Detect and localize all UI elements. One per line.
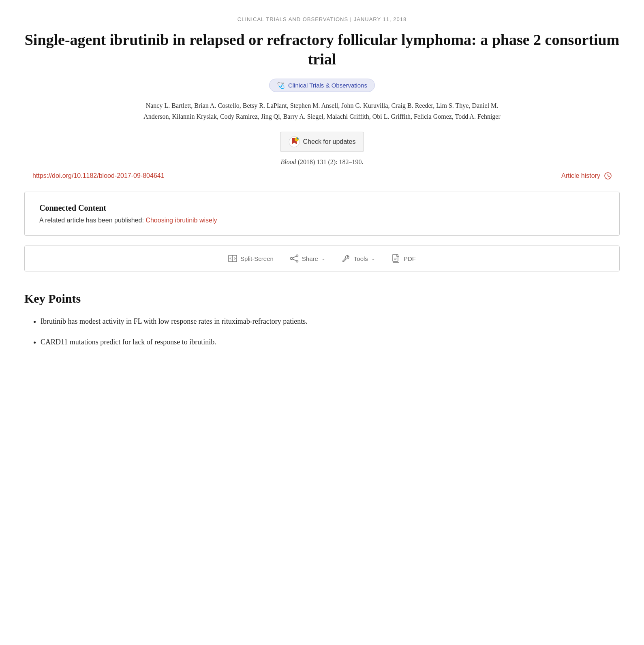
share-button[interactable]: Share ⌄	[290, 254, 325, 263]
authors-list: Nancy L. Bartlett, Brian A. Costello, Be…	[140, 100, 505, 122]
tools-label: Tools	[354, 255, 368, 262]
svg-line-10	[292, 256, 296, 258]
check-updates-wrapper: Check for updates	[24, 132, 620, 152]
key-point-item-2: CARD11 mutations predict for lack of res…	[41, 336, 620, 348]
key-points-list: Ibrutinib has modest activity in FL with…	[24, 315, 620, 348]
category-date-line: CLINICAL TRIALS AND OBSERVATIONS | JANUA…	[24, 16, 620, 22]
svg-point-7	[290, 258, 292, 260]
share-icon	[290, 254, 299, 263]
badge-icon: 🩺	[277, 81, 285, 89]
svg-point-9	[296, 260, 298, 262]
share-label: Share	[302, 255, 318, 262]
badge-label: Clinical Trials & Observations	[288, 82, 367, 89]
split-screen-icon	[228, 254, 237, 263]
journal-name: Blood	[281, 158, 296, 165]
doi-history-row: https://doi.org/10.1182/blood-2017-09-80…	[24, 172, 620, 179]
journal-citation: Blood (2018) 131 (2): 182–190.	[24, 158, 620, 166]
connected-content-link[interactable]: Choosing ibrutinib wisely	[145, 217, 217, 224]
check-updates-button[interactable]: Check for updates	[280, 132, 364, 152]
connected-content-body: A related article has been published: Ch…	[39, 217, 605, 224]
split-screen-button[interactable]: Split-Screen	[228, 254, 274, 263]
svg-line-11	[292, 259, 296, 261]
svg-point-8	[296, 255, 298, 257]
article-history-label: Article history	[561, 172, 600, 179]
category-badge-wrapper: 🩺 Clinical Trials & Observations	[24, 79, 620, 92]
key-points-section: Key Points Ibrutinib has modest activity…	[24, 292, 620, 348]
check-updates-label: Check for updates	[303, 138, 356, 145]
split-screen-label: Split-Screen	[240, 255, 274, 262]
connected-content-prefix: A related article has been published:	[39, 217, 145, 224]
crossmark-icon	[289, 136, 300, 147]
citation-details: (2018) 131 (2): 182–190.	[296, 158, 364, 165]
pdf-label: PDF	[404, 255, 416, 262]
toolbar-box: Split-Screen Share ⌄ Tools ⌄ PDF	[24, 246, 620, 271]
tools-chevron: ⌄	[371, 256, 375, 261]
tools-button[interactable]: Tools ⌄	[342, 254, 375, 263]
article-history-link[interactable]: Article history	[561, 172, 612, 179]
category-badge[interactable]: 🩺 Clinical Trials & Observations	[269, 79, 375, 92]
tools-icon	[342, 254, 351, 263]
pdf-button[interactable]: PDF	[392, 254, 416, 263]
doi-link[interactable]: https://doi.org/10.1182/blood-2017-09-80…	[32, 172, 165, 179]
article-title: Single-agent ibrutinib in relapsed or re…	[24, 30, 620, 69]
connected-content-box: Connected Content A related article has …	[24, 192, 620, 236]
connected-content-title: Connected Content	[39, 203, 605, 213]
key-points-title: Key Points	[24, 292, 620, 305]
pdf-icon	[392, 254, 400, 263]
share-chevron: ⌄	[321, 256, 325, 261]
svg-line-4	[608, 176, 610, 177]
key-point-item-1: Ibrutinib has modest activity in FL with…	[41, 315, 620, 328]
clock-icon	[604, 172, 612, 179]
